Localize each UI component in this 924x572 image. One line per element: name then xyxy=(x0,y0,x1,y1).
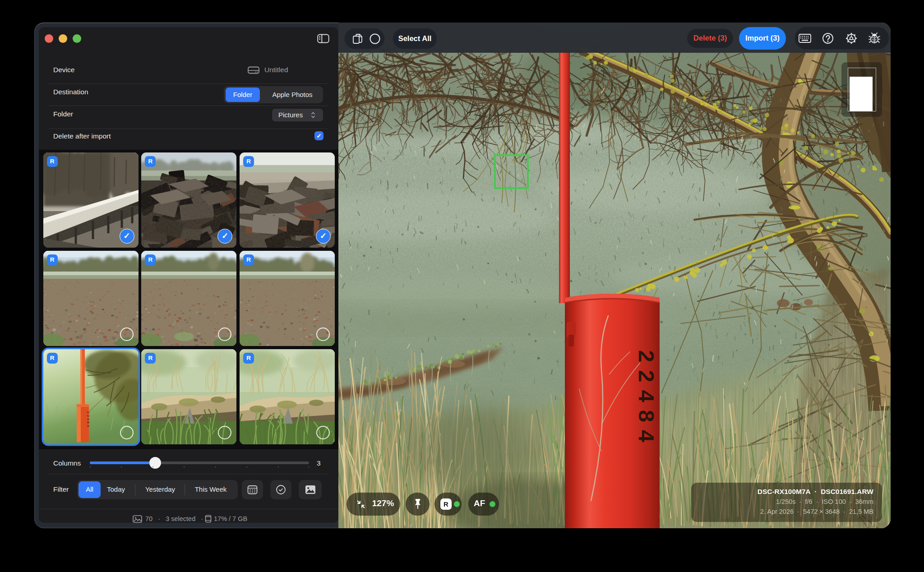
svg-text:22484: 22484 xyxy=(86,411,90,428)
